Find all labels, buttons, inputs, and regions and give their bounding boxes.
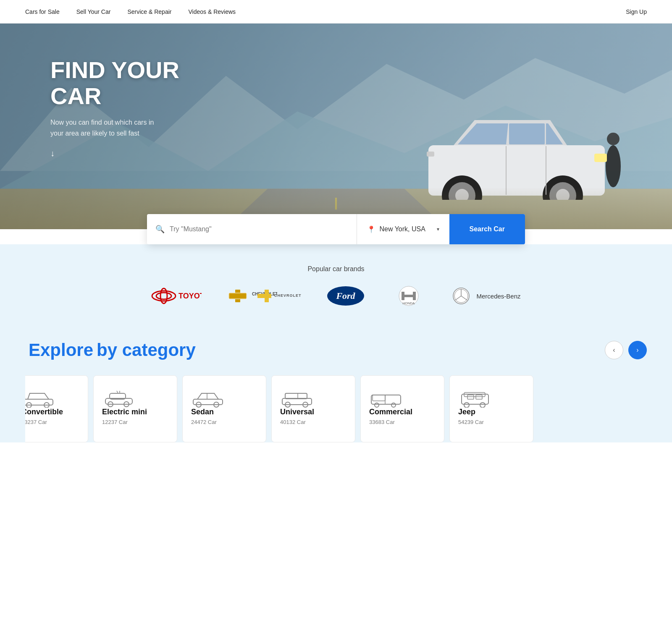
svg-point-69 xyxy=(391,403,396,407)
svg-point-24 xyxy=(156,293,171,299)
brands-section: Popular car brands TOYOTA CHEVROLET xyxy=(0,244,672,319)
convertible-icon xyxy=(25,387,55,408)
hero-title: FIND YOUR CAR xyxy=(50,57,672,109)
scroll-down-arrow[interactable]: ↓ xyxy=(50,149,672,158)
nav-cars-for-sale[interactable]: Cars for Sale xyxy=(25,8,60,15)
svg-text:CHEVROLET: CHEVROLET xyxy=(274,293,302,298)
search-input-wrap[interactable]: 🔍 xyxy=(147,214,357,244)
mercedes-emblem xyxy=(453,288,470,304)
location-icon: 📍 xyxy=(367,225,375,233)
svg-text:TOYOTA: TOYOTA xyxy=(178,292,202,300)
commercial-icon xyxy=(369,387,403,408)
svg-marker-31 xyxy=(257,294,271,298)
svg-point-74 xyxy=(480,403,485,408)
category-sedan-name: Sedan xyxy=(191,408,214,416)
svg-marker-57 xyxy=(197,393,218,399)
svg-rect-76 xyxy=(476,395,482,399)
chevrolet-full-logo: CHEVROLET xyxy=(255,288,302,304)
nav-links: Cars for Sale Sell Your Car Service & Re… xyxy=(25,8,236,15)
category-jeep-name: Jeep xyxy=(458,408,475,416)
category-convertible[interactable]: Convertible 23237 Car xyxy=(25,375,88,442)
category-convertible-name: Convertible xyxy=(25,408,63,416)
category-jeep[interactable]: Jeep 54239 Car xyxy=(449,375,533,442)
brands-title: Popular car brands xyxy=(25,265,647,273)
search-input[interactable] xyxy=(170,225,348,233)
brand-chevrolet[interactable]: CHEVROLET CHEVROLET xyxy=(227,285,302,306)
jeep-icon xyxy=(458,387,492,408)
brand-mercedes[interactable]: Mercedes-Benz xyxy=(453,288,520,304)
ford-logo: Ford xyxy=(327,286,365,306)
navbar: Cars for Sale Sell Your Car Service & Re… xyxy=(0,0,672,24)
svg-point-73 xyxy=(464,403,469,408)
search-icon: 🔍 xyxy=(155,225,165,234)
category-commercial-count: 33683 Car xyxy=(369,419,395,425)
carousel-prev-button[interactable]: ‹ xyxy=(605,341,623,359)
carousel-next-button[interactable]: › xyxy=(628,341,647,359)
categories-row: Convertible 23237 Car Electric mini 1223… xyxy=(25,375,647,442)
svg-rect-75 xyxy=(467,395,474,399)
hero-content: FIND YOUR CAR Now you can find out which… xyxy=(0,24,672,158)
category-convertible-count: 23237 Car xyxy=(25,419,47,425)
category-universal-name: Universal xyxy=(280,408,314,416)
nav-sell-your-car[interactable]: Sell Your Car xyxy=(76,8,111,15)
signup-button[interactable]: Sign Up xyxy=(626,8,647,15)
category-commercial[interactable]: Commercial 33683 Car xyxy=(360,375,444,442)
sedan-icon xyxy=(191,387,225,408)
nav-service-repair[interactable]: Service & Repair xyxy=(127,8,171,15)
brand-toyota[interactable]: TOYOTA xyxy=(151,288,202,304)
svg-text:Ford: Ford xyxy=(336,290,356,301)
category-universal[interactable]: Universal 40132 Car xyxy=(271,375,355,442)
svg-marker-32 xyxy=(265,290,269,302)
location-selector[interactable]: 📍 New York, USA ▾ xyxy=(357,214,449,244)
hero-subtitle: Now you can find out which cars in your … xyxy=(50,117,160,139)
svg-rect-67 xyxy=(373,395,385,401)
category-jeep-count: 54239 Car xyxy=(458,419,484,425)
search-section: 🔍 📍 New York, USA ▾ Search Car xyxy=(0,214,672,244)
nav-videos-reviews[interactable]: Videos & Reviews xyxy=(188,8,236,15)
svg-rect-40 xyxy=(402,295,416,297)
search-bar: 🔍 📍 New York, USA ▾ Search Car xyxy=(147,214,525,244)
brands-list: TOYOTA CHEVROLET CHEVROLET For xyxy=(25,285,647,306)
explore-title: Exploreby category xyxy=(25,340,196,360)
explore-section: Exploreby category ‹ › Convertible 23237… xyxy=(0,319,672,442)
hero-section: FIND YOUR CAR Now you can find out which… xyxy=(0,24,672,229)
universal-icon xyxy=(280,387,314,408)
brand-ford[interactable]: Ford xyxy=(327,286,365,306)
category-electric-mini-name: Electric mini xyxy=(102,408,147,416)
svg-rect-28 xyxy=(235,290,240,302)
category-sedan-count: 24472 Car xyxy=(191,419,217,425)
svg-point-68 xyxy=(375,403,379,407)
brand-honda[interactable]: HONDA xyxy=(390,286,428,306)
explore-header: Exploreby category ‹ › xyxy=(25,340,647,360)
svg-text:HONDA: HONDA xyxy=(403,301,415,305)
category-electric-mini[interactable]: Electric mini 12237 Car xyxy=(93,375,177,442)
toyota-logo: TOYOTA xyxy=(151,288,202,304)
honda-logo: HONDA xyxy=(390,286,428,306)
search-car-button[interactable]: Search Car xyxy=(449,214,525,244)
category-universal-count: 40132 Car xyxy=(280,419,306,425)
mercedes-label: Mercedes-Benz xyxy=(476,293,520,300)
carousel-controls: ‹ › xyxy=(605,341,647,359)
chevron-down-icon: ▾ xyxy=(437,226,439,232)
location-text: New York, USA xyxy=(380,225,433,233)
category-sedan[interactable]: Sedan 24472 Car xyxy=(182,375,266,442)
category-electric-mini-count: 12237 Car xyxy=(102,419,128,425)
category-commercial-name: Commercial xyxy=(369,408,412,416)
electric-mini-icon xyxy=(102,387,136,408)
